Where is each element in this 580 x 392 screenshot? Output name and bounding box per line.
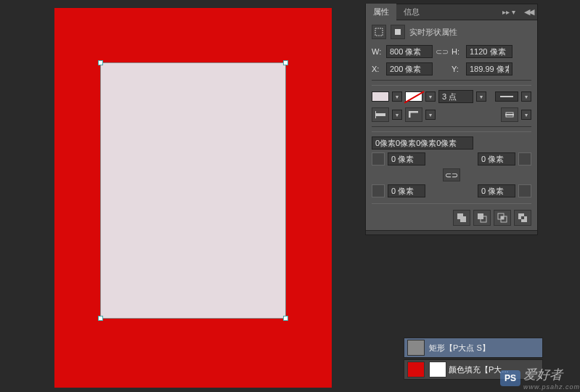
panel-menu-icon[interactable]: ▸▸ ▾ <box>498 8 520 16</box>
cap-dropdown-icon[interactable]: ▾ <box>392 110 402 120</box>
align-cap-butt[interactable] <box>372 107 389 122</box>
width-input[interactable] <box>386 45 433 58</box>
mask-icon[interactable] <box>372 25 386 39</box>
corner-br-input[interactable] <box>478 184 515 197</box>
layer-shape-name: 矩形【P大点 S】 <box>429 343 490 354</box>
pathfinder-exclude[interactable] <box>514 210 531 226</box>
handle-top-left[interactable] <box>98 60 103 65</box>
pathfinder-intersect[interactable] <box>494 210 511 226</box>
shape-icon[interactable] <box>391 25 405 39</box>
corner-bl-icon[interactable] <box>372 184 385 197</box>
fill-dropdown-icon[interactable]: ▾ <box>392 91 402 102</box>
link-corners-icon[interactable]: ⊂⊃ <box>443 168 460 181</box>
x-input[interactable] <box>386 62 433 75</box>
link-wh-icon[interactable]: ⊂⊃ <box>436 45 449 58</box>
panel-collapse-icon[interactable]: ◀◀ <box>520 7 537 17</box>
watermark-text: 爱好者 <box>523 367 563 382</box>
height-input[interactable] <box>466 45 512 58</box>
corner-br-icon[interactable] <box>518 184 531 197</box>
tab-info[interactable]: 信息 <box>396 4 427 20</box>
svg-rect-0 <box>375 28 383 36</box>
height-label: H: <box>452 47 463 56</box>
stroke-style-dropdown-icon[interactable]: ▾ <box>521 91 531 102</box>
layer-fill-thumb-mask <box>429 362 446 377</box>
y-label: Y: <box>452 65 463 73</box>
corner-tr-icon[interactable] <box>518 152 531 166</box>
width-label: W: <box>372 47 383 56</box>
corner-dropdown-icon[interactable]: ▾ <box>425 110 436 120</box>
corner-tl-input[interactable] <box>388 152 425 166</box>
stroke-align[interactable] <box>501 107 518 122</box>
watermark: PS 爱好者 www.psahz.com <box>500 366 580 391</box>
svg-rect-15 <box>521 216 524 219</box>
handle-top-right[interactable] <box>283 60 288 65</box>
canvas-area[interactable] <box>54 8 332 388</box>
panel-title: 实时形状属性 <box>409 27 457 38</box>
rectangle-shape[interactable] <box>100 62 286 319</box>
layer-shape-thumb <box>407 340 425 356</box>
watermark-url: www.psahz.com <box>523 383 580 391</box>
stroke-style[interactable] <box>495 91 518 102</box>
svg-rect-5 <box>505 114 514 115</box>
corner-tr-input[interactable] <box>478 152 515 166</box>
layer-shape[interactable]: 矩形【P大点 S】 <box>404 338 543 358</box>
pathfinder-unite[interactable] <box>453 210 470 226</box>
x-label: X: <box>372 65 383 73</box>
stroke-align-dropdown-icon[interactable]: ▾ <box>521 110 531 120</box>
panel-tab-bar: 属性 信息 ▸▸ ▾ ◀◀ <box>366 4 537 20</box>
stroke-dropdown-icon[interactable]: ▾ <box>425 91 436 102</box>
align-corner-miter[interactable] <box>405 107 422 122</box>
svg-rect-3 <box>375 111 376 118</box>
corner-tl-icon[interactable] <box>372 152 385 166</box>
layer-fill-thumb-color <box>407 362 425 377</box>
stroke-width-dropdown-icon[interactable]: ▾ <box>476 91 486 102</box>
panel-body: 实时形状属性 W: ⊂⊃ H: X: ⊂⊃ Y: ▾ ▾ ▾ <box>366 20 537 230</box>
y-input[interactable] <box>466 62 512 75</box>
stroke-width-input[interactable] <box>438 90 473 103</box>
handle-bottom-right[interactable] <box>283 316 288 321</box>
stroke-swatch[interactable] <box>405 91 422 102</box>
properties-panel: 属性 信息 ▸▸ ▾ ◀◀ 实时形状属性 W: ⊂⊃ H: X: ⊂⊃ Y: <box>365 4 538 235</box>
watermark-logo: PS <box>500 370 520 386</box>
svg-rect-1 <box>395 29 401 35</box>
svg-rect-7 <box>460 216 466 222</box>
panel-footer <box>366 230 537 234</box>
corner-bl-input[interactable] <box>388 184 425 197</box>
pathfinder-subtract[interactable] <box>473 210 491 226</box>
svg-rect-12 <box>501 216 504 219</box>
tab-properties[interactable]: 属性 <box>366 4 396 20</box>
fill-swatch[interactable] <box>372 91 389 102</box>
svg-rect-2 <box>375 113 385 116</box>
handle-bottom-left[interactable] <box>98 316 103 321</box>
corner-summary-input[interactable] <box>372 136 473 150</box>
